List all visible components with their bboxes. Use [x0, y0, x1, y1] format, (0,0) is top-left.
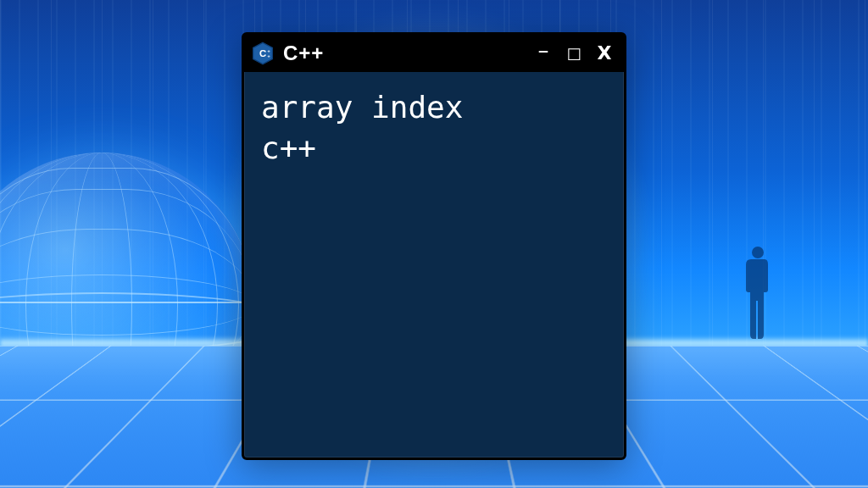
- body-line-2: c++: [261, 128, 607, 169]
- body-line-1: array index: [261, 87, 607, 128]
- cpp-icon: C + +: [251, 42, 275, 65]
- maximize-button[interactable]: □: [563, 46, 585, 61]
- scene-root: C + + C++ – □ X array index c++: [0, 0, 868, 488]
- window-titlebar[interactable]: C + + C++ – □ X: [244, 35, 624, 72]
- svg-text:+: +: [267, 53, 270, 58]
- silhouette-person: [739, 244, 775, 346]
- svg-text:+: +: [267, 48, 270, 53]
- svg-text:C: C: [259, 48, 266, 58]
- window-client-area: array index c++: [244, 72, 624, 458]
- minimize-button[interactable]: –: [532, 39, 554, 61]
- window-title: C++: [283, 42, 324, 65]
- close-button[interactable]: X: [593, 44, 615, 63]
- svg-point-0: [752, 247, 764, 258]
- terminal-window: C + + C++ – □ X array index c++: [242, 32, 626, 460]
